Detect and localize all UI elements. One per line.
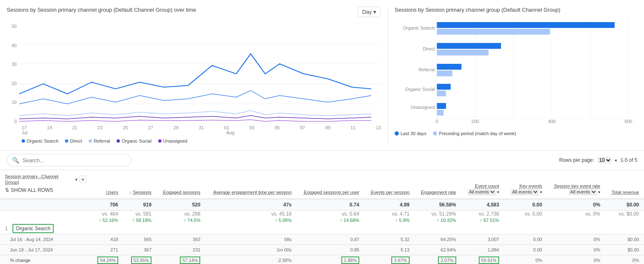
legend-label-social: Organic Social [122,138,152,143]
svg-text:600: 600 [624,119,632,124]
pct-change-engaged: 57.14% [157,255,206,264]
svg-text:400: 400 [548,119,555,124]
events-per-session-column-header[interactable]: Events per session [364,170,415,199]
event-count-filter[interactable]: All events [467,189,496,195]
avg-engagement-column-header[interactable]: Average engagement time per session [205,170,296,199]
line-chart-svg [19,24,381,124]
totals-engaged-sessions: 520 [157,199,206,211]
day-label: Day [362,9,372,15]
legend-dot-last30 [395,131,399,136]
totals-events-per-session: 4.99 [364,199,415,211]
event-count-label: Event count [475,184,499,189]
dropdown-arrow-icon: ▾ [373,9,376,15]
svg-text:Unassigned: Unassigned [410,105,435,110]
table-section: 🔍 Rows per page: 10 25 50 ▾ 1-5 of 5 [0,151,644,264]
totals-vs-events: vs. 4.71 [364,211,415,218]
pct-change-engaged-per-user: 1.88% [297,255,364,264]
key-events-filter[interactable]: All events [510,189,539,195]
pct-change-users: 54.24% [92,255,123,264]
engaged-sessions-label: Engaged sessions [163,190,201,195]
key-events-column-header[interactable]: Key events All events ▾ [504,170,547,199]
totals-avg-engagement: 47s [205,199,296,211]
date1-sessions: 565 [123,234,157,245]
svg-rect-21 [437,64,462,70]
session-key-event-filter[interactable]: All events [569,189,597,195]
date2-key-events: 0.00 [504,245,547,255]
svg-text:Organic Social: Organic Social [405,87,435,92]
date2-users: 271 [92,245,123,255]
dimension-column-header[interactable]: Session primary...Channel Group) ▾ + ⇅ S… [0,170,92,199]
engaged-sessions-column-header[interactable]: Engaged sessions [157,170,206,199]
show-all-rows-toggle[interactable]: ⇅ SHOW ALL ROWS [5,186,87,196]
legend-dot-direct [65,139,68,143]
event-count-column-header[interactable]: Event count All events ▾ [461,170,504,199]
totals-row: 706 919 520 47s 0.74 4.99 56.58% 4,583 0… [0,199,644,211]
totals-change-engaged: ↑ 74.5% [157,217,206,223]
sessions-column-header[interactable]: ↓ Sessions [123,170,157,199]
legend-last30: Last 30 days [395,131,426,136]
totals-change-key-events [504,217,547,223]
date1-event-count: 3,007 [461,234,504,245]
legend-dot-preceding [433,131,437,136]
users-column-header[interactable]: Users [92,170,123,199]
date2-engaged-per-user: 0.85 [297,245,364,255]
totals-change-engagement-rate: ↑ 10.32% [415,217,461,223]
line-chart-title: Sessions by Session primary channel grou… [7,7,196,13]
totals-change-revenue [605,217,644,223]
engaged-per-user-label: Engaged sessions per user [304,190,359,195]
row-dimension-cell: 1 Organic Search [0,223,92,234]
date1-events: 5.32 [364,234,415,245]
search-input[interactable] [22,157,126,163]
table-row: Jun 18 - Jul 17, 2024 271 367 231 1m 00s… [0,245,644,255]
totals-event-count: 4,583 [461,199,504,211]
svg-text:Referral: Referral [418,67,435,72]
engaged-pct-highlight: 57.14% [180,256,200,264]
svg-rect-26 [437,110,444,116]
legend-referral: Referral [89,138,110,143]
day-dropdown[interactable]: Day ▾ [358,7,381,17]
session-key-event-rate-column-header[interactable]: Session key event rate All events ▾ [547,170,605,199]
totals-change-session-key [547,217,605,223]
legend-preceding: Preceding period (match day of week) [433,131,516,136]
avg-engagement-label: Average engagement time per session [213,190,291,195]
totals-key-events: 0.00 [504,199,547,211]
date2-sessions: 367 [123,245,157,255]
legend-dot-organic [22,139,25,143]
pct-change-revenue: 0% [605,255,644,264]
totals-vs-event-count: vs. 2,736 [461,211,504,218]
search-box[interactable]: 🔍 [7,154,132,166]
charts-section: Sessions by Session primary channel grou… [0,0,644,151]
table-toolbar: 🔍 Rows per page: 10 25 50 ▾ 1-5 of 5 [0,151,644,170]
engaged-per-user-column-header[interactable]: Engaged sessions per user [297,170,364,199]
rows-per-page-select[interactable]: 10 25 50 [597,157,612,163]
pct-change-engagement-rate: 2.07% [415,255,461,264]
key-events-filter-arrow: ▾ [540,190,542,194]
rows-per-page: Rows per page: 10 25 50 ▾ 1-5 of 5 [559,157,637,163]
totals-sessions: 919 [123,199,157,211]
date1-key-events: 0.00 [504,234,547,245]
totals-vs-engaged: vs. 298 [157,211,206,218]
pct-change-label: % change [0,255,92,264]
totals-users: 706 [92,199,123,211]
date2-events: 5.13 [364,245,415,255]
bar-chart-legend: Last 30 days Preceding period (match day… [395,131,637,136]
session-key-event-filter-arrow: ▾ [598,190,600,194]
pagination-label: 1-5 of 5 [620,157,637,163]
svg-text:200: 200 [471,119,479,124]
pct-change-sessions: 53.95% [123,255,157,264]
total-revenue-column-header[interactable]: Total revenue [605,170,644,199]
line-chart-legend: Organic Search Direct Referral Organic S… [22,138,381,143]
date-label-1: Jul 16 - Aug 14, 2024 [0,234,92,245]
engagement-rate-column-header[interactable]: Engagement rate [415,170,461,199]
totals-vs-session-key: vs. 0% [547,211,605,218]
svg-rect-17 [437,22,615,28]
totals-vs-engaged-per-user: vs. 0.64 [297,211,364,218]
legend-organic-search: Organic Search [22,138,58,143]
rows-per-page-label: Rows per page: [559,157,594,163]
dimension-header-label: Session primary...Channel Group) [5,173,74,186]
total-revenue-label: Total revenue [612,190,639,195]
totals-vs-users: vs. 464 [92,211,123,218]
add-dimension-button[interactable]: + [79,176,87,183]
session-key-event-rate-label: Session key event rate [554,184,600,189]
dropdown-arrow-icon: ▾ [615,158,617,163]
